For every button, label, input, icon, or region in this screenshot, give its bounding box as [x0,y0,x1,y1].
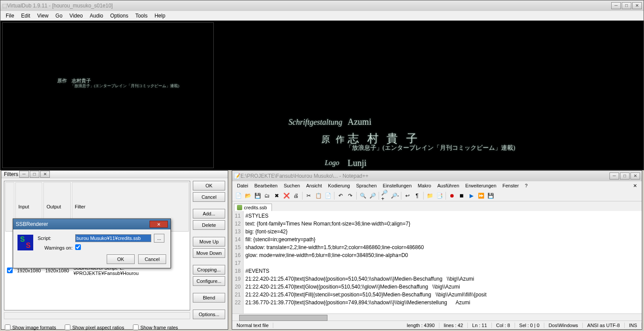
menu-suchen[interactable]: Suchen [281,182,303,189]
close-button[interactable]: ✕ [40,171,50,178]
cancel-button[interactable]: Cancel [138,254,166,264]
movedown-button[interactable]: Move Down [193,248,225,258]
menu-view[interactable]: View [34,12,52,20]
menu-options[interactable]: Options [107,12,132,20]
filter-enable-checkbox[interactable] [7,268,13,273]
menu-einstellungen[interactable]: Einstellungen [380,182,415,189]
menu-erweiterungen[interactable]: Erweiterungen [462,182,499,189]
show-pixel-aspect-checkbox[interactable] [65,324,70,330]
save-all-icon[interactable]: 🗂 [263,191,272,200]
credit-label: 原 作 [321,134,346,145]
close-button[interactable]: ✕ [150,221,168,228]
menu-go[interactable]: Go [52,12,66,20]
ok-button[interactable]: OK [193,181,225,190]
menu-datei[interactable]: Datei [234,182,251,189]
maximize-button[interactable]: □ [30,171,39,178]
titlebar[interactable]: ⬚ VirtualDub 1.9.11 - [hourou_musuko_s01… [0,0,644,11]
credit-value: Azumi [348,117,371,127]
paste-icon[interactable]: 📄 [324,191,332,200]
menu-audio[interactable]: Audio [86,12,107,20]
cancel-button[interactable]: Cancel [193,192,225,202]
menu-ansicht[interactable]: Ansicht [303,182,325,189]
save-icon[interactable]: 💾 [253,191,262,200]
blend-button[interactable]: Blend [193,293,225,303]
function-list-icon[interactable]: 📑 [435,191,444,200]
close-button[interactable]: ✕ [632,2,642,9]
stop-macro-icon[interactable]: ⏹ [457,191,466,200]
status-ln: Ln : 11 [468,323,492,328]
credit-label: Logo [325,159,339,167]
menu-video[interactable]: Video [66,12,86,20]
fast-macro-icon[interactable]: ⏩ [477,191,485,200]
new-file-icon[interactable]: 📄 [234,191,243,200]
browse-button[interactable]: ... [154,234,164,243]
minimize-button[interactable]: ─ [611,2,621,9]
ssb-icon [17,235,33,250]
zoom-in-icon[interactable]: 🔎+ [381,191,390,200]
menubar: File Edit View Go Video Audio Options To… [0,11,644,21]
menu-edit[interactable]: Edit [17,12,34,20]
ok-button[interactable]: OK [107,254,135,264]
tab-credits[interactable]: credits.ssb [234,204,272,211]
menu-help[interactable]: ? [522,182,531,189]
npp-icon: 📝 [234,173,240,179]
close-all-icon[interactable]: ❌ [282,191,291,200]
horizontal-scrollbar[interactable] [232,313,642,320]
options-button[interactable]: Options... [193,310,225,319]
add-button[interactable]: Add... [193,209,225,218]
menu-file[interactable]: File [2,12,17,20]
status-length: length : 4390 [402,323,439,328]
menu-ausfuehren[interactable]: Ausführen [434,182,462,189]
menu-bearbeiten[interactable]: Bearbeiten [251,182,281,189]
horizontal-scrollbar[interactable] [4,312,190,319]
moveup-button[interactable]: Move Up [193,237,225,246]
show-frame-rates-checkbox[interactable] [133,324,139,330]
warnings-checkbox[interactable] [75,244,81,250]
wordwrap-icon[interactable]: ↩ [403,191,412,200]
delete-button[interactable]: Delete [193,220,225,230]
credit-subtitle: 「放浪息子」(エンターブレイン「月刊コミックビーム」連載) [346,144,515,152]
close-button[interactable]: ✕ [630,173,640,180]
close-file-icon[interactable]: ✖ [272,191,281,200]
print-icon[interactable]: 🖨 [292,191,300,200]
menu-sprachen[interactable]: Sprachen [353,182,379,189]
show-image-formats-checkbox[interactable] [5,324,10,330]
undo-icon[interactable]: ↶ [336,191,345,200]
save-macro-icon[interactable]: 💾 [486,191,495,200]
window-title: VirtualDub 1.9.11 - [hourou_musuko_s01e1… [7,3,113,9]
code-content[interactable]: #STYLEStext: {font-family=Times New Roma… [244,211,642,313]
status-ins: INS [625,323,642,328]
tab-close-icon[interactable]: ✕ [630,182,640,190]
filters-dialog: Filters ─ □ ✕ Input Output Filter 1920x1… [1,170,228,330]
input-video-pane: 原作 志村貴子 「放浪息子」(エンターブレイン「月刊コミックビーム」連載) [2,22,214,168]
menu-help[interactable]: Help [151,12,169,20]
configure-button[interactable]: Configure... [193,276,225,286]
cropping-button[interactable]: Cropping... [193,265,225,275]
copy-icon[interactable]: 📋 [314,191,323,200]
script-input[interactable] [75,234,151,242]
play-macro-icon[interactable]: ▶ [467,191,476,200]
maximize-button[interactable]: □ [622,2,631,9]
cut-icon[interactable]: ✂ [304,191,313,200]
folder-icon[interactable]: 📁 [425,191,434,200]
zoom-out-icon[interactable]: 🔎- [390,191,399,200]
redo-icon[interactable]: ↷ [346,191,355,200]
minimize-button[interactable]: ─ [19,171,29,178]
menu-fenster[interactable]: Fenster [499,182,522,189]
show-all-chars-icon[interactable]: ¶ [413,191,421,200]
menu-makro[interactable]: Makro [415,182,435,189]
minimize-button[interactable]: ─ [609,173,619,180]
menu-kodierung[interactable]: Kodierung [325,182,353,189]
menu-tools[interactable]: Tools [132,12,151,20]
find-icon[interactable]: 🔍 [359,191,367,200]
status-bar: Normal text file length : 4390 lines : 4… [232,320,642,329]
npp-titlebar[interactable]: 📝 E:\PROJEKTE\Fansub\Hourou Musuko\... -… [232,171,642,181]
editor-area[interactable]: 111213141516171819202122 #STYLEStext: {f… [232,211,642,313]
output-video-pane: Schriftgestaltung Azumi 原 作 志 村 貴 子 「放浪息… [216,22,642,168]
ssb-titlebar[interactable]: SSBRenderer ✕ [13,219,171,229]
record-macro-icon[interactable]: ⏺ [448,191,456,200]
maximize-button[interactable]: □ [620,173,630,180]
filters-titlebar[interactable]: Filters ─ □ ✕ [1,171,228,178]
open-file-icon[interactable]: 📂 [244,191,252,200]
replace-icon[interactable]: 🔎 [368,191,377,200]
